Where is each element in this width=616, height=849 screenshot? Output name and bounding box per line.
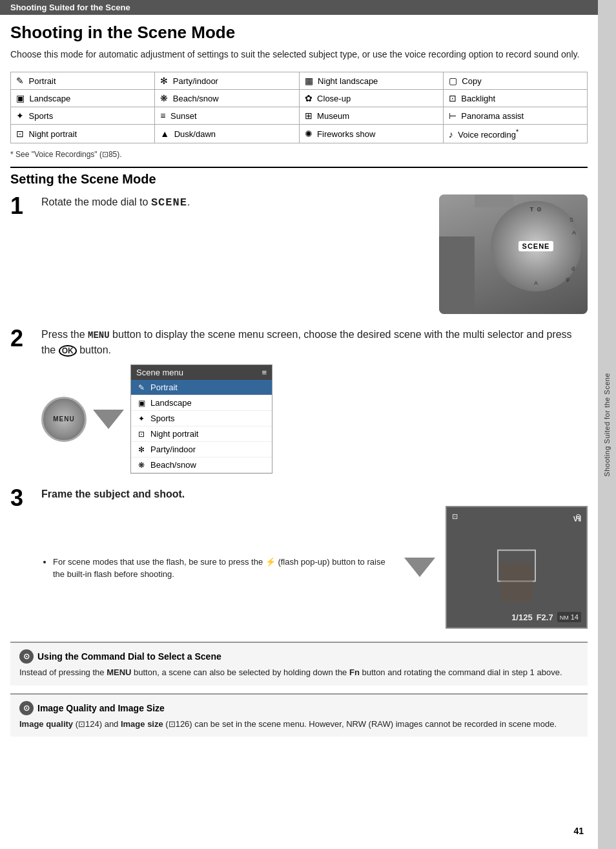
scene-menu-item-party[interactable]: ✻ Party/indoor — [131, 442, 272, 457]
step-1-text-before: Rotate the mode dial to — [41, 196, 148, 207]
menu-button-graphic: MENU — [41, 397, 87, 442]
scene-menu-item-sports[interactable]: ✦ Sports — [131, 411, 272, 426]
fireworks-icon: ✺ — [305, 129, 313, 139]
step-3-images: For scene modes that use the flash, be s… — [41, 506, 588, 629]
note-box-1: ⊙ Using the Command Dial to Select a Sce… — [10, 642, 588, 686]
step-1-image: T ⊙ S A d φ A SCENE — [439, 194, 588, 314]
image-size-bold: Image size — [121, 719, 163, 729]
sports-icon: ✦ — [16, 110, 24, 121]
note-1-title: ⊙ Using the Command Dial to Select a Sce… — [19, 649, 579, 664]
note-box-2: ⊙ Image Quality and Image Size Image qua… — [10, 693, 588, 737]
night-landscape-icon: ▦ — [305, 76, 313, 86]
step-1-number: 1 — [10, 194, 34, 218]
arrow-down-wrapper — [93, 410, 124, 429]
note-1-text: Instead of pressing the MENU button, a s… — [19, 666, 579, 679]
viewfinder-top-left-icon: ⊡ — [452, 512, 458, 521]
image-quality-bold: Image quality — [19, 719, 73, 729]
nm-icon: NM — [560, 614, 569, 621]
landscape-menu-label: Landscape — [150, 398, 192, 408]
note-2-title-text: Image Quality and Image Size — [37, 703, 165, 713]
note-1-title-text: Using the Command Dial to Select a Scene — [37, 651, 221, 662]
note-1-icon: ⊙ — [19, 649, 34, 664]
table-row: ✎ Portrait ✻ Party/indoor ▦ Night landsc… — [11, 72, 588, 90]
beach-menu-label: Beach/snow — [150, 460, 196, 470]
scene-menu-title: Scene menu — [136, 368, 183, 377]
scene-menu-item-night-portrait[interactable]: ⊡ Night portrait — [131, 426, 272, 442]
section-title-wrapper: Setting the Scene Mode — [10, 167, 588, 187]
step-1-content: Rotate the mode dial to SCENE. — [41, 194, 429, 215]
table-cell: ▢ Copy — [443, 72, 587, 90]
viewfinder-vi-indicator: Vⅱ — [573, 515, 581, 523]
table-cell: ≡ Sunset — [155, 107, 299, 125]
arrow-down-icon-2 — [404, 558, 435, 577]
night-portrait-menu-icon: ⊡ — [136, 430, 147, 439]
viewfinder: ⊡ ⊙ Vⅱ 1/125 F2.7 — [446, 506, 588, 629]
party-menu-icon: ✻ — [136, 445, 147, 454]
ok-button-inline: OK — [59, 345, 77, 357]
table-cell: ⊢ Panorama assist — [443, 107, 587, 125]
portrait-menu-icon: ✎ — [136, 383, 147, 392]
side-tab: Shooting Suited for the Scene — [598, 0, 616, 849]
note-2-text: Image quality (⊡124) and Image size (⊡12… — [19, 718, 579, 731]
table-cell: ✺ Fireworks show — [299, 125, 443, 143]
table-cell: ⊞ Museum — [299, 107, 443, 125]
table-cell: ✎ Portrait — [11, 72, 155, 90]
portrait-icon: ✎ — [16, 76, 24, 86]
scene-dial-label: SCENE — [518, 241, 554, 251]
step-1-text: Rotate the mode dial to SCENE. — [41, 194, 429, 211]
step-3-text: Frame the subject and shoot. — [41, 487, 588, 502]
table-cell: ⊡ Backlight — [443, 90, 587, 107]
menu-label: MENU — [88, 330, 110, 341]
viewfinder-top-icons: ⊡ — [452, 512, 458, 521]
landscape-icon: ▣ — [16, 93, 25, 103]
step-3-bullet: For scene modes that use the flash, be s… — [53, 556, 394, 581]
step-3-bullet-list: For scene modes that use the flash, be s… — [41, 556, 394, 581]
section-header-bar: Shooting Suited for the Scene — [0, 0, 598, 15]
landscape-menu-icon: ▣ — [136, 399, 147, 408]
party-menu-label: Party/indoor — [150, 445, 196, 454]
step-1: 1 Rotate the mode dial to SCENE. T ⊙ S — [0, 194, 598, 314]
step-1-scene-label: SCENE — [151, 196, 187, 209]
table-cell: ❋ Beach/snow — [155, 90, 299, 107]
menu-bold: MENU — [107, 667, 131, 677]
night-portrait-icon: ⊡ — [16, 129, 24, 139]
table-row: ⊡ Night portrait ▲ Dusk/dawn ✺ Fireworks… — [11, 125, 588, 143]
table-cell: ✻ Party/indoor — [155, 72, 299, 90]
sunset-icon: ≡ — [160, 110, 165, 121]
table-cell: ⊡ Night portrait — [11, 125, 155, 143]
party-icon: ✻ — [160, 76, 168, 86]
step-2-number: 2 — [10, 327, 34, 350]
sports-menu-icon: ✦ — [136, 414, 147, 423]
fn-bold: Fn — [349, 667, 360, 677]
backlight-icon: ⊡ — [449, 93, 457, 103]
table-row: ▣ Landscape ❋ Beach/snow ✿ Close-up ⊡ Ba… — [11, 90, 588, 107]
menu-label-text: MENU — [53, 415, 74, 423]
menu-button-image: MENU — [41, 397, 87, 442]
scene-table: ✎ Portrait ✻ Party/indoor ▦ Night landsc… — [10, 72, 588, 143]
section-header-text: Shooting Suited for the Scene — [10, 3, 130, 12]
closeup-icon: ✿ — [305, 93, 313, 103]
table-cell: ▲ Dusk/dawn — [155, 125, 299, 143]
table-cell: ♪ Voice recording* — [443, 125, 587, 143]
sports-menu-label: Sports — [150, 414, 175, 423]
scene-menu-item-beach[interactable]: ❋ Beach/snow — [131, 457, 272, 473]
menu-button-inner: MENU — [53, 415, 74, 423]
scene-menu-ui: Scene menu ≡ ✎ Portrait ▣ Landscape ✦ — [130, 364, 272, 474]
step-3: 3 Frame the subject and shoot. For scene… — [0, 487, 598, 629]
arrow-down-icon — [93, 410, 124, 429]
scene-menu-item-portrait[interactable]: ✎ Portrait — [131, 380, 272, 395]
step-3-arrow — [404, 558, 435, 577]
copy-icon: ▢ — [449, 76, 457, 86]
intro-text: Choose this mode for automatic adjustmen… — [0, 48, 598, 72]
night-portrait-menu-label: Night portrait — [150, 429, 198, 439]
table-cell: ▣ Landscape — [11, 90, 155, 107]
aperture-value: F2.7 — [537, 613, 553, 622]
exposure-value: NM 14 — [557, 612, 581, 622]
step-3-content: Frame the subject and shoot. For scene m… — [41, 487, 588, 629]
step-2-text: Press the MENU button to display the sce… — [41, 327, 588, 358]
voice-icon: ♪ — [449, 129, 453, 140]
portrait-menu-label: Portrait — [150, 383, 178, 392]
mode-dial: T ⊙ S A d φ A SCENE — [491, 201, 581, 291]
step-2-content: Press the MENU button to display the sce… — [41, 327, 588, 474]
scene-menu-item-landscape[interactable]: ▣ Landscape — [131, 395, 272, 411]
